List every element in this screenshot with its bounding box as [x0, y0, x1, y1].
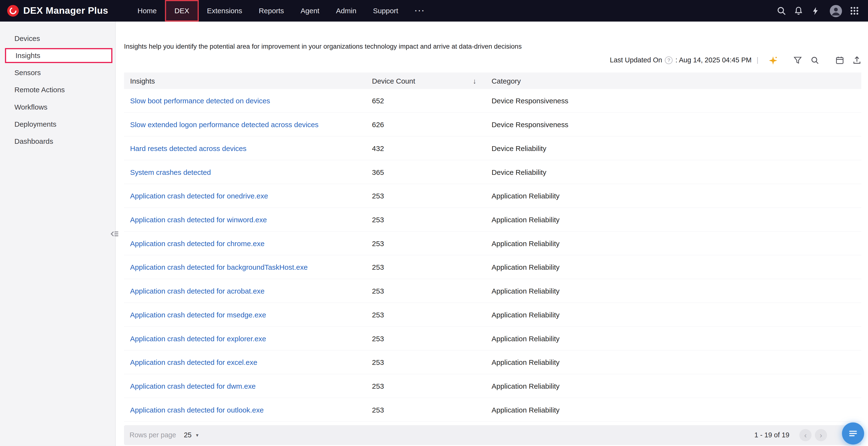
quick-actions-icon[interactable]: [810, 6, 820, 16]
device-count-cell: 652: [372, 97, 492, 105]
device-count-cell: 253: [372, 358, 492, 366]
calendar-icon[interactable]: [835, 56, 844, 65]
main-content: Insights help you identify the potential…: [116, 22, 868, 446]
insight-link[interactable]: Application crash detected for excel.exe: [130, 358, 257, 366]
column-header-device-count[interactable]: Device Count ↓: [372, 77, 492, 85]
insight-link[interactable]: Application crash detected for explorer.…: [130, 334, 266, 342]
assistant-fab-button[interactable]: [842, 422, 864, 445]
category-cell: Application Reliability: [492, 286, 862, 295]
table-row: Slow boot performance detected on device…: [124, 89, 861, 113]
device-count-cell: 253: [372, 192, 492, 200]
nav-reports[interactable]: Reports: [250, 0, 292, 22]
insight-link[interactable]: Application crash detected for winword.e…: [130, 215, 267, 224]
table-row: Hard resets detected across devices 432 …: [124, 137, 861, 160]
user-avatar[interactable]: [830, 5, 842, 17]
insight-link[interactable]: Slow extended logon performance detected…: [130, 120, 318, 128]
device-count-cell: 253: [372, 382, 492, 390]
device-count-cell: 253: [372, 263, 492, 271]
notifications-icon[interactable]: [793, 6, 803, 16]
insight-link[interactable]: Application crash detected for dwm.exe: [130, 382, 256, 390]
search-icon[interactable]: [776, 6, 786, 16]
nav-dex[interactable]: DEX: [165, 0, 198, 22]
table-row: Application crash detected for dwm.exe 2…: [124, 374, 861, 398]
insight-link[interactable]: Application crash detected for backgroun…: [130, 263, 308, 271]
insight-cell: Slow boot performance detected on device…: [124, 97, 372, 105]
category-cell: Device Reliability: [492, 168, 862, 176]
insight-cell: Application crash detected for msedge.ex…: [124, 310, 372, 319]
category-cell: Application Reliability: [492, 406, 862, 414]
brand-logo-icon: [7, 5, 19, 16]
insight-link[interactable]: Application crash detected for outlook.e…: [130, 406, 264, 414]
insight-link[interactable]: Application crash detected for onedrive.…: [130, 192, 268, 200]
pagination-bar: Rows per page 25 ▾ 1 - 19 of 19 ‹ ›: [124, 425, 861, 445]
nav-support[interactable]: Support: [365, 0, 406, 22]
insight-cell: Application crash detected for chrome.ex…: [124, 239, 372, 247]
sort-descending-icon[interactable]: ↓: [473, 77, 476, 85]
insight-link[interactable]: Application crash detected for msedge.ex…: [130, 310, 266, 319]
last-updated-label: Last Updated On: [610, 56, 662, 64]
sidebar-item-dashboards[interactable]: Dashboards: [0, 133, 115, 150]
device-count-cell: 253: [372, 286, 492, 295]
sidebar-item-sensors[interactable]: Sensors: [0, 64, 115, 81]
table-row: Application crash detected for onedrive.…: [124, 184, 861, 208]
insight-link[interactable]: System crashes detected: [130, 168, 211, 176]
brand-title: DEX Manager Plus: [23, 5, 108, 16]
table-row: Application crash detected for backgroun…: [124, 255, 861, 279]
nav-extensions[interactable]: Extensions: [199, 0, 250, 22]
sidebar-item-remote-actions[interactable]: Remote Actions: [0, 81, 115, 98]
device-count-cell: 253: [372, 310, 492, 319]
device-count-cell: 365: [372, 168, 492, 176]
table-search-icon[interactable]: [810, 56, 819, 65]
category-cell: Device Responsiveness: [492, 120, 862, 128]
insight-cell: Slow extended logon performance detected…: [124, 120, 372, 128]
sidebar-item-workflows[interactable]: Workflows: [0, 99, 115, 115]
table-header: Insights Device Count ↓ Category: [124, 72, 861, 89]
category-cell: Application Reliability: [492, 310, 862, 319]
device-count-cell: 626: [372, 120, 492, 128]
topbar-icons: [776, 5, 868, 17]
export-icon[interactable]: [852, 56, 861, 65]
table-row: Application crash detected for outlook.e…: [124, 398, 861, 422]
insight-cell: System crashes detected: [124, 168, 372, 176]
insight-cell: Application crash detected for excel.exe: [124, 358, 372, 366]
insight-link[interactable]: Application crash detected for chrome.ex…: [130, 239, 265, 247]
sidebar-item-deployments[interactable]: Deployments: [0, 115, 115, 133]
table-row: Application crash detected for chrome.ex…: [124, 232, 861, 255]
device-count-cell: 253: [372, 406, 492, 414]
ai-sparkle-icon[interactable]: [768, 56, 778, 65]
sidebar-item-insights[interactable]: Insights: [5, 48, 112, 63]
sidebar-collapse-icon[interactable]: [110, 229, 120, 239]
apps-grid-icon[interactable]: [849, 6, 859, 16]
category-cell: Application Reliability: [492, 192, 862, 200]
nav-admin[interactable]: Admin: [328, 0, 365, 22]
table-row: Application crash detected for excel.exe…: [124, 351, 861, 375]
device-count-cell: 253: [372, 334, 492, 342]
chevron-down-icon[interactable]: ▾: [196, 432, 198, 438]
pagination-range: 1 - 19 of 19: [754, 431, 789, 439]
sidebar: Devices Insights Sensors Remote Actions …: [0, 22, 116, 446]
category-cell: Application Reliability: [492, 382, 862, 390]
next-page-button[interactable]: ›: [815, 429, 827, 441]
nav-overflow-menu[interactable]: ···: [406, 0, 434, 22]
table-row: Slow extended logon performance detected…: [124, 113, 861, 137]
category-cell: Application Reliability: [492, 263, 862, 271]
previous-page-button[interactable]: ‹: [799, 429, 812, 441]
device-count-cell: 432: [372, 144, 492, 152]
column-header-category[interactable]: Category: [492, 77, 862, 85]
nav-home[interactable]: Home: [129, 0, 165, 22]
category-cell: Application Reliability: [492, 215, 862, 224]
table-row: Application crash detected for msedge.ex…: [124, 303, 861, 327]
brand[interactable]: DEX Manager Plus: [0, 5, 108, 16]
column-header-insights[interactable]: Insights: [124, 77, 372, 85]
insight-link[interactable]: Application crash detected for acrobat.e…: [130, 286, 265, 295]
help-icon[interactable]: ?: [665, 56, 673, 64]
rows-per-page-value[interactable]: 25: [184, 431, 191, 439]
nav-agent[interactable]: Agent: [292, 0, 328, 22]
sidebar-item-devices[interactable]: Devices: [0, 30, 115, 47]
top-navigation: Home DEX Extensions Reports Agent Admin …: [129, 0, 434, 22]
filter-icon[interactable]: [793, 56, 802, 65]
insights-table: Insights Device Count ↓ Category Slow bo…: [124, 72, 861, 426]
insight-link[interactable]: Slow boot performance detected on device…: [130, 97, 270, 105]
toolbar: Last Updated On ? : Aug 14, 2025 04:45 P…: [610, 54, 861, 67]
insight-link[interactable]: Hard resets detected across devices: [130, 144, 247, 152]
